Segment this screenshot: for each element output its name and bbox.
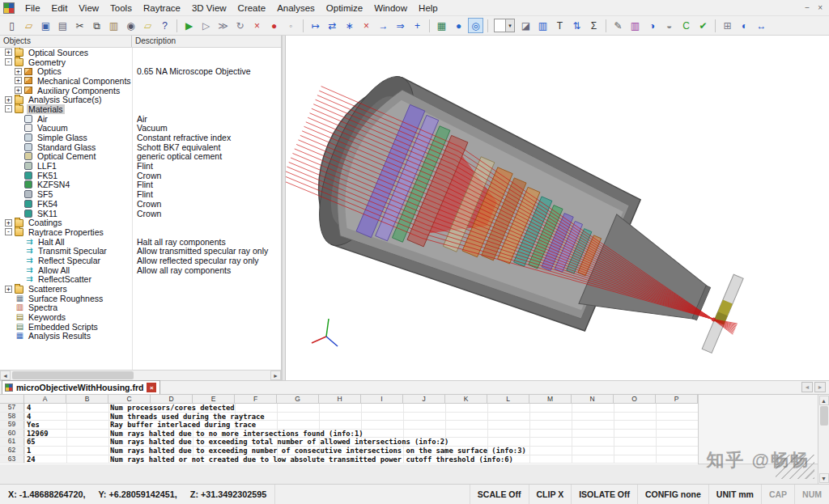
cell-message[interactable]: Num processors/cores detected	[108, 404, 235, 412]
cell-value[interactable]: Yes	[24, 421, 66, 429]
screen-capture-icon[interactable]: ◉	[123, 18, 138, 33]
irradiance-grid-icon[interactable]: ▦	[434, 18, 449, 33]
column-header-k[interactable]: K	[445, 395, 487, 403]
column-header-h[interactable]: H	[319, 395, 361, 403]
tree-row-fk54[interactable]: FK54Crown	[0, 199, 281, 209]
status-unit-mm[interactable]: UNIT mm	[708, 485, 761, 504]
tree-row-materials[interactable]: -Materials	[0, 104, 281, 114]
minimize-icon[interactable]: −	[805, 3, 810, 12]
scatter-rays-icon[interactable]: ∗	[342, 18, 357, 33]
add-object-icon[interactable]: ⊞	[720, 18, 735, 33]
3d-view-cube-icon[interactable]: ◪	[518, 18, 534, 33]
menu-file[interactable]: File	[19, 2, 46, 15]
trace-to-surface-icon[interactable]: ⇒	[393, 18, 408, 33]
measure-icon[interactable]: ↔	[754, 18, 769, 33]
output-vertical-scrollbar[interactable]: ▲ ▼	[818, 395, 829, 484]
row-number[interactable]: 61	[0, 438, 24, 446]
coating-icon[interactable]: ◒	[661, 18, 677, 33]
cell-message[interactable]: Num rays halted due to no more intersect…	[108, 430, 363, 438]
tree-row-reflect-specular[interactable]: ⇉Reflect SpecularAllow reflected specula…	[0, 256, 281, 265]
tab-scroll-right-icon[interactable]: ►	[814, 382, 826, 392]
scroll-right-icon[interactable]: ►	[270, 371, 281, 380]
menu-analyses[interactable]: Analyses	[271, 2, 321, 15]
sheet-corner-cell[interactable]	[0, 395, 24, 403]
column-header-i[interactable]: I	[361, 395, 403, 403]
cell-value[interactable]: 4	[24, 404, 66, 412]
tree-row-optical-cement[interactable]: Optical Cementgeneric optical cement	[0, 152, 281, 162]
status-clip-x[interactable]: CLIP X	[529, 485, 572, 504]
tree-row-simple-glass[interactable]: Simple GlassConstant refractive index	[0, 133, 281, 142]
column-header-e[interactable]: E	[193, 395, 235, 403]
column-header-o[interactable]: O	[614, 395, 656, 403]
tab-close-icon[interactable]: ×	[147, 383, 156, 392]
collapse-icon[interactable]: -	[5, 58, 12, 66]
tree-row-surface-roughness[interactable]: ▦Surface Roughness	[0, 294, 281, 303]
tree-row-coatings[interactable]: +Coatings	[0, 218, 281, 227]
combo-dropdown-icon[interactable]: ▾	[505, 19, 514, 32]
expand-icon[interactable]: +	[15, 87, 22, 94]
tree-row-scatterers[interactable]: +Scatterers	[0, 284, 281, 294]
menu-3d-view[interactable]: 3D View	[186, 2, 232, 15]
lens-element-icon[interactable]: ◐	[737, 18, 752, 33]
collapse-icon[interactable]: -	[5, 105, 12, 112]
script-c-icon[interactable]: C	[678, 18, 694, 33]
tree-row-analysis-results[interactable]: ▦Analysis Results	[0, 332, 281, 341]
tree-row-transmit-specular[interactable]: ⇉Transmit SpecularAllow transmitted spec…	[0, 246, 281, 256]
close-icon[interactable]: ×	[818, 3, 823, 12]
row-number[interactable]: 57	[0, 404, 24, 412]
column-header-m[interactable]: M	[529, 395, 572, 403]
tree-horizontal-scrollbar[interactable]: ◄ ►	[0, 370, 281, 380]
status-num[interactable]: NUM	[794, 485, 829, 504]
zoom-window-icon[interactable]: ◎	[468, 18, 483, 33]
expand-icon[interactable]: +	[15, 68, 22, 75]
print-icon[interactable]: ▤	[55, 18, 70, 33]
cell-value[interactable]: 12969	[24, 430, 66, 438]
scroll-down-icon[interactable]: ▼	[819, 473, 829, 483]
cell-value[interactable]: 65	[24, 438, 66, 446]
row-number[interactable]: 60	[0, 430, 24, 438]
scroll-up-icon[interactable]: ▲	[819, 396, 829, 405]
column-header-d[interactable]: D	[151, 395, 193, 403]
tab-scroll-left-icon[interactable]: ◄	[801, 382, 813, 392]
step-raytrace-icon[interactable]: ≫	[215, 18, 231, 33]
cell-message[interactable]: Ray buffer interlaced during trace	[108, 421, 256, 429]
stop-raytrace-icon[interactable]: ×	[249, 18, 265, 33]
status-config-none[interactable]: CONFIG none	[637, 485, 708, 504]
expand-icon[interactable]: +	[5, 219, 12, 227]
menu-window[interactable]: Window	[368, 2, 413, 15]
description-column-header[interactable]: Description	[132, 36, 281, 47]
tree-row-keywords[interactable]: ▤Keywords	[0, 312, 281, 322]
tree-row-llf1[interactable]: LLF1Flint	[0, 161, 281, 171]
menu-help[interactable]: Help	[413, 2, 444, 15]
row-number[interactable]: 62	[0, 447, 24, 455]
render-shaded-icon[interactable]: ●	[451, 18, 466, 33]
column-header-n[interactable]: N	[572, 395, 614, 403]
column-header-f[interactable]: F	[235, 395, 277, 403]
run-selected-raytrace-icon[interactable]: ▷	[198, 18, 214, 33]
cell-message[interactable]: Num threads used during the raytrace	[108, 413, 265, 421]
save-file-icon[interactable]: ▣	[38, 18, 53, 33]
column-header-l[interactable]: L	[487, 395, 529, 403]
tree-row-sf5[interactable]: SF5Flint	[0, 189, 281, 199]
expand-icon[interactable]: +	[5, 96, 12, 104]
tree-row-optical-sources[interactable]: +Optical Sources	[0, 48, 281, 57]
run-raytrace-icon[interactable]: ▶	[181, 18, 197, 33]
cell-value[interactable]: 1	[24, 447, 66, 455]
delete-ray-segment-icon[interactable]: ×	[359, 18, 374, 33]
column-header-j[interactable]: J	[403, 395, 445, 403]
swap-ray-direction-icon[interactable]: ⇄	[325, 18, 340, 33]
tree-row-kzfsn4[interactable]: KZFSN4Flint	[0, 180, 281, 190]
column-header-p[interactable]: P	[656, 395, 698, 403]
tree-row-fk51[interactable]: FK51Crown	[0, 171, 281, 180]
tree-row-spectra[interactable]: ▥Spectra	[0, 303, 281, 313]
advance-rays-icon[interactable]: ↦	[308, 18, 323, 33]
check-geometry-icon[interactable]: ✔	[695, 18, 711, 33]
expand-icon[interactable]: +	[5, 286, 12, 293]
menu-raytrace[interactable]: Raytrace	[138, 2, 186, 15]
paste-icon[interactable]: ▥	[106, 18, 121, 33]
cell-value[interactable]: 4	[24, 413, 66, 421]
scrollbar-thumb[interactable]	[12, 371, 134, 379]
row-number[interactable]: 58	[0, 413, 24, 421]
collapse-icon[interactable]: -	[5, 228, 12, 235]
abort-raytrace-icon[interactable]: ◦	[283, 18, 299, 33]
